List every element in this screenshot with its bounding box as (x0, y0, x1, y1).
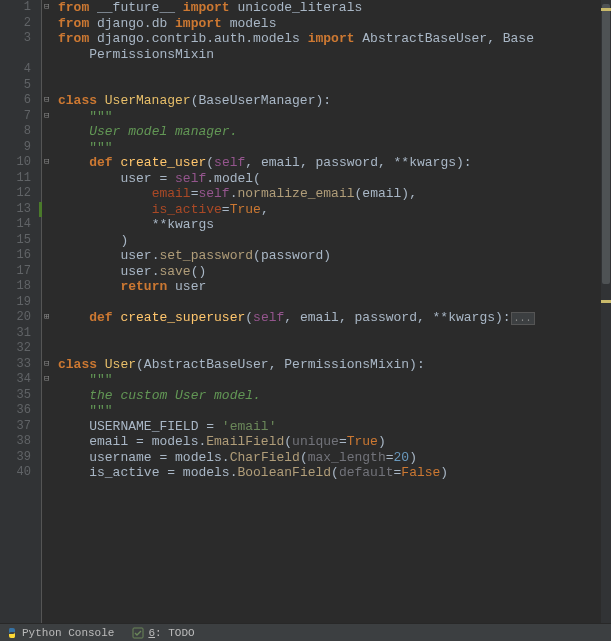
code-line[interactable]: return user (58, 279, 611, 295)
code-area[interactable]: from __future__ import unicode_literalsf… (56, 0, 611, 623)
code-line[interactable]: email=self.normalize_email(email), (58, 186, 611, 202)
line-number: 19 (0, 295, 31, 311)
code-line[interactable]: email = models.EmailField(unique=True) (58, 434, 611, 450)
line-number: 12 (0, 186, 31, 202)
fold-toggle[interactable]: ⊟ (44, 109, 49, 125)
line-number: 34 (0, 372, 31, 388)
code-line[interactable]: from django.db import models (58, 16, 611, 32)
code-line[interactable]: the custom User model. (58, 388, 611, 404)
line-number: 1 (0, 0, 31, 16)
code-line[interactable]: """ (58, 109, 611, 125)
line-number: 31 (0, 326, 31, 342)
fold-toggle[interactable]: ⊞ (44, 310, 49, 326)
fold-column[interactable]: ⊟⊟⊟⊟⊞⊟⊟ (42, 0, 56, 623)
code-line[interactable]: from __future__ import unicode_literals (58, 0, 611, 16)
fold-toggle[interactable]: ⊟ (44, 93, 49, 109)
line-number: 37 (0, 419, 31, 435)
code-line[interactable]: User model manager. (58, 124, 611, 140)
todo-icon (132, 627, 144, 639)
line-number: 36 (0, 403, 31, 419)
python-icon (6, 627, 18, 639)
code-line[interactable]: user = self.model( (58, 171, 611, 187)
fold-toggle[interactable]: ⊟ (44, 357, 49, 373)
code-line[interactable]: user.save() (58, 264, 611, 280)
line-number: 33 (0, 357, 31, 373)
todo-label: 6: TODO (148, 627, 194, 639)
code-line[interactable]: is_active=True, (58, 202, 611, 218)
code-line[interactable] (58, 326, 611, 342)
line-number: 6 (0, 93, 31, 109)
line-number: 8 (0, 124, 31, 140)
scroll-thumb[interactable] (602, 4, 610, 284)
code-line[interactable]: user.set_password(password) (58, 248, 611, 264)
fold-toggle[interactable]: ⊟ (44, 155, 49, 171)
python-console-tool[interactable]: Python Console (6, 627, 114, 639)
line-number (0, 47, 31, 63)
scroll-marker (601, 300, 611, 303)
line-number: 3 (0, 31, 31, 47)
todo-tool[interactable]: 6: TODO (132, 627, 194, 639)
line-number-gutter: 1234567891011121314151617181920313233343… (0, 0, 42, 623)
code-line[interactable] (58, 341, 611, 357)
line-number: 18 (0, 279, 31, 295)
code-line[interactable]: PermissionsMixin (58, 47, 611, 63)
code-line[interactable]: def create_user(self, email, password, *… (58, 155, 611, 171)
code-line[interactable]: **kwargs (58, 217, 611, 233)
code-line[interactable] (58, 295, 611, 311)
line-number: 4 (0, 62, 31, 78)
fold-toggle[interactable]: ⊟ (44, 0, 49, 16)
status-bar: Python Console 6: TODO (0, 623, 611, 641)
code-line[interactable] (58, 78, 611, 94)
vertical-scrollbar[interactable] (601, 0, 611, 623)
code-line[interactable]: ) (58, 233, 611, 249)
code-line[interactable] (58, 62, 611, 78)
code-line[interactable]: class User(AbstractBaseUser, Permissions… (58, 357, 611, 373)
code-line[interactable]: is_active = models.BooleanField(default=… (58, 465, 611, 481)
line-number: 40 (0, 465, 31, 481)
line-number: 16 (0, 248, 31, 264)
code-editor[interactable]: 1234567891011121314151617181920313233343… (0, 0, 611, 623)
code-line[interactable]: """ (58, 403, 611, 419)
line-number: 35 (0, 388, 31, 404)
fold-ellipsis[interactable]: ... (511, 312, 535, 325)
line-number: 39 (0, 450, 31, 466)
code-line[interactable]: def create_superuser(self, email, passwo… (58, 310, 611, 326)
line-number: 38 (0, 434, 31, 450)
fold-toggle[interactable]: ⊟ (44, 372, 49, 388)
svg-rect-0 (133, 628, 143, 638)
line-number: 10 (0, 155, 31, 171)
python-console-label: Python Console (22, 627, 114, 639)
line-number: 32 (0, 341, 31, 357)
change-marker (39, 202, 42, 218)
code-line[interactable]: """ (58, 372, 611, 388)
line-number: 14 (0, 217, 31, 233)
code-line[interactable]: class UserManager(BaseUserManager): (58, 93, 611, 109)
scroll-marker (601, 8, 611, 11)
code-line[interactable]: from django.contrib.auth.models import A… (58, 31, 611, 47)
line-number: 5 (0, 78, 31, 94)
code-line[interactable]: USERNAME_FIELD = 'email' (58, 419, 611, 435)
code-line[interactable]: """ (58, 140, 611, 156)
line-number: 20 (0, 310, 31, 326)
line-number: 17 (0, 264, 31, 280)
line-number: 2 (0, 16, 31, 32)
line-number: 7 (0, 109, 31, 125)
line-number: 15 (0, 233, 31, 249)
line-number: 9 (0, 140, 31, 156)
line-number: 13 (0, 202, 31, 218)
code-line[interactable]: username = models.CharField(max_length=2… (58, 450, 611, 466)
line-number: 11 (0, 171, 31, 187)
